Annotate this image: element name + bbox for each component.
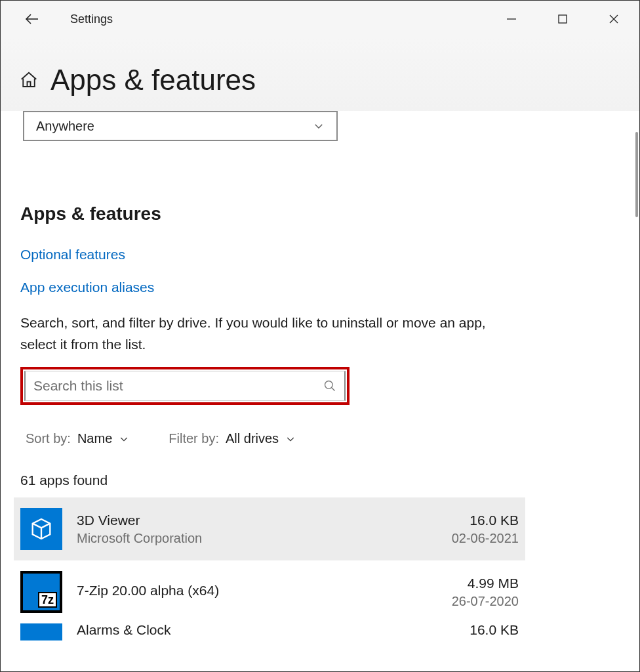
content-area: Apps & features Optional features App ex…: [1, 203, 639, 640]
app-date: 26-07-2020: [452, 594, 519, 609]
svg-rect-5: [28, 82, 31, 87]
app-size: 16.0 KB: [470, 623, 519, 637]
sort-control[interactable]: Sort by: Name: [26, 431, 129, 446]
chevron-down-icon: [313, 120, 325, 132]
search-highlight-box: [20, 367, 350, 405]
close-icon: [609, 14, 619, 24]
home-icon: [19, 70, 39, 90]
filter-label: Filter by:: [169, 431, 219, 446]
app-row-partial[interactable]: Alarms & Clock 16.0 KB: [14, 623, 525, 640]
filter-control[interactable]: Filter by: All drives: [169, 431, 296, 446]
app-list: 3D Viewer Microsoft Corporation 16.0 KB …: [14, 497, 626, 640]
apps-count: 61 apps found: [20, 472, 620, 488]
window-controls: [486, 1, 639, 37]
window-title: Settings: [70, 12, 113, 26]
section-heading: Apps & features: [20, 203, 620, 224]
app-icon-7zip: 7z: [20, 571, 62, 613]
app-name: 7-Zip 20.00 alpha (x64): [77, 583, 452, 598]
app-meta: 16.0 KB 02-06-2021: [452, 513, 519, 546]
back-button[interactable]: [19, 6, 45, 32]
app-size: 4.99 MB: [452, 576, 519, 591]
page-header: Apps & features: [1, 37, 639, 111]
app-icon-alarms: [20, 623, 62, 640]
app-size: 16.0 KB: [452, 513, 519, 528]
dropdown-value: Anywhere: [36, 119, 94, 134]
chevron-down-icon: [119, 434, 129, 444]
maximize-icon: [558, 14, 567, 24]
install-source-row: Anywhere: [1, 111, 639, 141]
chevron-down-icon: [285, 434, 296, 444]
svg-line-7: [332, 388, 335, 391]
app-meta: 4.99 MB 26-07-2020: [452, 576, 519, 609]
app-name: Alarms & Clock: [77, 623, 171, 637]
svg-rect-2: [559, 15, 567, 23]
svg-point-6: [325, 381, 333, 389]
app-name: 3D Viewer: [77, 513, 452, 528]
search-field[interactable]: [24, 371, 346, 401]
app-info: 3D Viewer Microsoft Corporation: [77, 513, 452, 546]
minimize-button[interactable]: [486, 1, 537, 37]
app-icon-3d-viewer: [20, 508, 62, 550]
app-info: 7-Zip 20.00 alpha (x64): [77, 583, 452, 601]
filter-value: All drives: [226, 431, 279, 446]
maximize-button[interactable]: [537, 1, 588, 37]
minimize-icon: [506, 14, 517, 24]
app-row[interactable]: 3D Viewer Microsoft Corporation 16.0 KB …: [14, 497, 525, 560]
sort-label: Sort by:: [26, 431, 71, 446]
title-bar: Settings: [1, 1, 639, 37]
page-title: Apps & features: [50, 64, 256, 96]
app-publisher: Microsoft Corporation: [77, 531, 452, 546]
app-row[interactable]: 7z 7-Zip 20.00 alpha (x64) 4.99 MB 26-07…: [14, 560, 525, 623]
arrow-left-icon: [24, 11, 40, 27]
app-execution-aliases-link[interactable]: App execution aliases: [20, 280, 154, 295]
app-date: 02-06-2021: [452, 531, 519, 546]
sort-value: Name: [77, 431, 112, 446]
search-input[interactable]: [33, 378, 283, 394]
optional-features-link[interactable]: Optional features: [20, 247, 125, 262]
search-icon: [323, 379, 336, 392]
sort-filter-row: Sort by: Name Filter by: All drives: [20, 431, 620, 446]
install-source-dropdown[interactable]: Anywhere: [23, 111, 338, 141]
section-description: Search, sort, and filter by drive. If yo…: [20, 312, 525, 355]
close-button[interactable]: [588, 1, 639, 37]
